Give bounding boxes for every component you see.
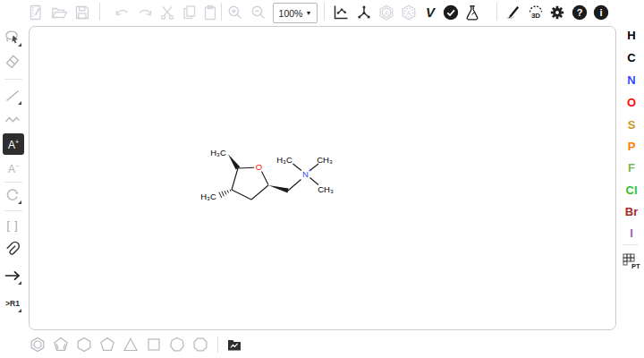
paste-clipboard-icon [201, 4, 219, 21]
toolbar-divider [324, 3, 325, 21]
about-button[interactable]: i [591, 3, 611, 22]
new-document-button[interactable] [26, 3, 46, 22]
s-group-button[interactable]: [ ] [3, 216, 22, 235]
cyclobutane-icon [145, 336, 163, 354]
help-button[interactable]: ? [570, 3, 589, 22]
open-button[interactable] [49, 3, 69, 22]
save-button[interactable] [72, 3, 92, 22]
undo-button[interactable] [113, 3, 132, 22]
svg-text:A: A [385, 10, 389, 16]
molecule-drawing[interactable]: H₃C H₃C O N + H₃C CH₃ CH₃ [198, 142, 345, 210]
paste-button[interactable] [200, 3, 220, 22]
redo-button[interactable] [135, 3, 155, 22]
r-group-button[interactable]: >R1 [3, 294, 22, 313]
attach-button[interactable] [3, 240, 22, 260]
cyclohexane-icon [75, 336, 93, 354]
periodic-table-icon: PT [621, 251, 640, 271]
atom-button-o[interactable]: O [620, 93, 643, 111]
eraser-button[interactable] [3, 51, 22, 71]
cycloheptane-template-button[interactable] [167, 335, 187, 354]
benzene-icon [29, 336, 47, 354]
aromatize-button[interactable]: A [377, 3, 396, 22]
charge-plus-button[interactable]: A+ [3, 133, 24, 155]
cyclohexane-template-button[interactable] [74, 335, 94, 354]
lasso-selection-button[interactable] [3, 28, 22, 47]
toolbar-divider [217, 337, 218, 353]
cyclopentadiene-template-button[interactable] [51, 335, 71, 354]
atom-button-c[interactable]: C [620, 48, 643, 66]
chain-icon [4, 110, 21, 128]
atom-button-f[interactable]: F [620, 158, 643, 176]
template-library-icon [225, 336, 243, 354]
flask-icon [463, 4, 481, 21]
chevron-down-icon: ▼ [305, 10, 311, 16]
rotate-icon [4, 186, 21, 204]
zoom-in-button[interactable] [225, 3, 245, 22]
r-group-label: >R1 [5, 299, 20, 308]
molecule-hash-bond [219, 190, 231, 198]
atom-button-cl[interactable]: Cl [620, 181, 643, 199]
atom-button-br[interactable]: Br [620, 202, 643, 220]
arrow-right-icon [4, 267, 21, 285]
charge-minus-button[interactable]: A− [3, 158, 24, 179]
methyl-label: CH₃ [317, 155, 333, 165]
calculated-values-button[interactable] [462, 3, 482, 22]
toolbar-divider [99, 3, 100, 21]
atom-button-h[interactable]: H [620, 26, 643, 44]
eraser-icon [4, 52, 21, 70]
cyclobutane-template-button[interactable] [144, 335, 164, 354]
recognize-molecule-button[interactable] [504, 3, 523, 22]
atom-button-i[interactable]: I [620, 224, 643, 242]
copy-icon [181, 4, 199, 21]
reaction-arrow-button[interactable] [3, 266, 22, 286]
svg-text:A: A [407, 10, 411, 16]
ketcher-editor: 100% ▼ [0, 0, 644, 358]
redo-icon [136, 4, 154, 21]
atom-button-n[interactable]: N [620, 71, 643, 89]
help-icon: ? [571, 4, 589, 21]
calculate-cip-button[interactable]: V [421, 3, 439, 22]
toolbar-divider [496, 3, 497, 21]
cyclooctane-template-button[interactable] [191, 335, 210, 354]
zoom-level-value: 100% [279, 8, 303, 19]
chain-button[interactable] [3, 109, 22, 129]
cyclopropane-template-button[interactable] [121, 335, 140, 354]
benzene-template-button[interactable] [28, 335, 47, 354]
check-structure-button[interactable] [441, 3, 461, 22]
cyclopentadiene-icon [52, 336, 70, 354]
copy-button[interactable] [180, 3, 199, 22]
toolbar-divider [4, 210, 22, 211]
clean-up-button[interactable] [354, 3, 374, 22]
periodic-table-button[interactable]: PT [620, 251, 641, 272]
atom-button-p[interactable]: P [620, 137, 643, 155]
single-bond-button[interactable] [3, 86, 22, 106]
oxygen-label: O [256, 162, 262, 172]
s-group-label: [ ] [6, 219, 18, 232]
cyclooctane-icon [191, 336, 209, 354]
dearomatize-button[interactable]: A [399, 3, 419, 22]
molecule-atom-labels: H₃C H₃C O N + H₃C CH₃ CH₃ [200, 148, 334, 202]
clean-up-icon [355, 4, 373, 21]
cyclopentane-template-button[interactable] [97, 335, 117, 354]
toolbar-divider [4, 182, 22, 183]
template-library-button[interactable] [225, 335, 244, 354]
single-bond-icon [4, 87, 21, 105]
check-circle-icon [442, 4, 460, 21]
3d-viewer-icon: 3D [527, 4, 545, 21]
svg-text:3D: 3D [531, 12, 540, 20]
zoom-out-icon [250, 4, 267, 21]
cut-button[interactable] [157, 3, 177, 22]
layout-button[interactable] [331, 3, 351, 22]
settings-button[interactable] [547, 3, 567, 22]
methyl-label: H₃C [276, 155, 292, 165]
zoom-level-dropdown[interactable]: 100% ▼ [273, 3, 318, 23]
info-icon: i [592, 4, 610, 21]
zoom-out-button[interactable] [249, 3, 268, 22]
atom-button-s[interactable]: S [620, 115, 643, 133]
cut-scissors-icon [158, 4, 176, 21]
lasso-icon [4, 29, 21, 47]
rotate-button[interactable] [3, 185, 22, 205]
svg-text:i: i [599, 7, 602, 18]
drawing-canvas[interactable]: H₃C H₃C O N + H₃C CH₃ CH₃ [29, 26, 616, 330]
3d-viewer-button[interactable]: 3D [526, 3, 546, 22]
